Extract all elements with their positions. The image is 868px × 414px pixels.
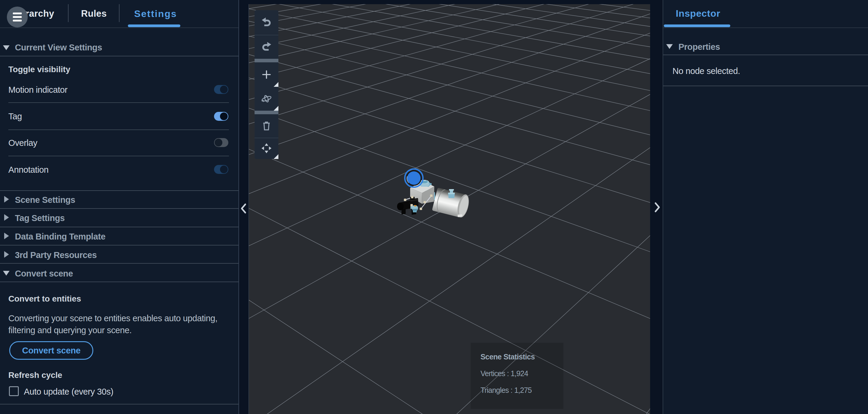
svg-text:Vertices : 1,924: Vertices : 1,924 [480, 369, 528, 378]
svg-text:Scene Statistics: Scene Statistics [480, 353, 535, 361]
svg-text:Triangles : 1,275: Triangles : 1,275 [480, 386, 532, 394]
